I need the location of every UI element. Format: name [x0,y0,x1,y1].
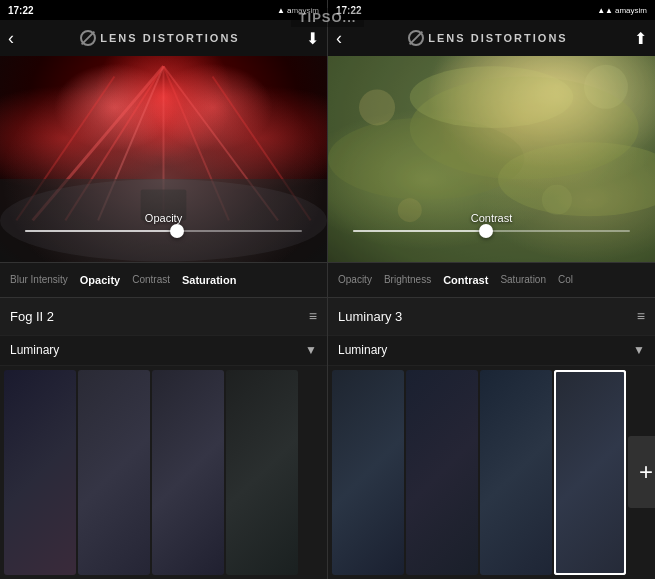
right-thumb-4-selected[interactable] [554,370,626,576]
right-preset-name: Luminary 3 [338,309,629,324]
right-slider-track[interactable] [353,230,631,232]
left-category-name: Luminary [10,343,305,357]
svg-point-12 [498,142,655,216]
left-panel: 17:22 ▲ amaysim ‹ LENS DISTORTIONS ⬇ [0,0,328,579]
left-logo-icon [80,30,96,46]
right-category-row[interactable]: Luminary ▼ [328,336,655,366]
right-tab-col[interactable]: Col [552,263,579,297]
left-tab-saturation[interactable]: Saturation [176,263,242,297]
right-slider-thumb[interactable] [479,224,493,238]
left-slider-label: Opacity [145,212,182,224]
svg-point-10 [410,77,639,180]
right-header-logo: LENS DISTORTIONS [348,30,628,46]
right-preset-row: Luminary 3 ≡ [328,298,655,336]
left-slider-track[interactable] [25,230,303,232]
right-tabs-row: Opacity Brightness Contrast Saturation C… [328,262,655,298]
right-thumb-inner-4 [554,370,626,576]
right-header-title: LENS DISTORTIONS [428,32,567,44]
left-thumb-inner-3 [152,370,224,576]
right-thumb-inner-1 [332,370,404,576]
left-tab-contrast[interactable]: Contrast [126,263,176,297]
right-signal-icon: ▲▲ [597,6,613,15]
right-tab-saturation[interactable]: Saturation [494,263,552,297]
left-tab-blur-intensity[interactable]: Blur Intensity [4,263,74,297]
svg-point-14 [359,89,395,125]
svg-point-11 [328,118,524,200]
left-carrier: amaysim [287,6,319,15]
left-preset-row: Fog II 2 ≡ [0,298,327,336]
right-slider-overlay: Contrast [328,212,655,232]
left-slider-thumb[interactable] [170,224,184,238]
left-header-logo: LENS DISTORTIONS [20,30,300,46]
left-preset-name: Fog II 2 [10,309,301,324]
panels-container: 17:22 ▲ amaysim ‹ LENS DISTORTIONS ⬇ [0,0,655,579]
left-thumb-inner-4 [226,370,298,576]
right-thumb-2[interactable] [406,370,478,576]
left-thumb-inner-2 [78,370,150,576]
left-preset-menu-icon[interactable]: ≡ [309,308,317,324]
left-status-icons: ▲ amaysim [277,6,319,15]
left-thumb-2[interactable] [78,370,150,576]
right-thumb-3[interactable] [480,370,552,576]
right-app-header: ‹ LENS DISTORTIONS ⬆ [328,20,655,56]
right-preset-menu-icon[interactable]: ≡ [637,308,645,324]
left-tab-opacity[interactable]: Opacity [74,263,126,297]
right-upload-icon[interactable]: ⬆ [634,29,647,48]
right-image-area: Contrast [328,56,655,262]
right-status-time: 17:22 [336,5,362,16]
left-category-arrow-icon: ▼ [305,343,317,357]
left-slider-overlay: Opacity [0,212,327,232]
left-tabs-row: Blur Intensity Opacity Contrast Saturati… [0,262,327,298]
right-back-button[interactable]: ‹ [336,28,342,49]
left-back-button[interactable]: ‹ [8,28,14,49]
right-thumb-inner-3 [480,370,552,576]
left-slider-fill [25,230,178,232]
left-thumb-4[interactable] [226,370,298,576]
right-thumbnails-strip: + [328,366,655,580]
svg-point-13 [410,66,574,128]
right-thumb-1[interactable] [332,370,404,576]
right-category-name: Luminary [338,343,633,357]
right-category-arrow-icon: ▼ [633,343,645,357]
right-tab-brightness[interactable]: Brightness [378,263,437,297]
right-logo-slash [409,31,423,45]
right-add-button[interactable]: + [628,436,655,508]
right-slider-fill [353,230,486,232]
left-status-time: 17:22 [8,5,34,16]
left-thumbnails-strip [0,366,327,580]
right-panel: 17:22 ▲▲ amaysim ‹ LENS DISTORTIONS ⬆ [328,0,655,579]
left-thumb-3[interactable] [152,370,224,576]
right-thumb-inner-2 [406,370,478,576]
left-category-row[interactable]: Luminary ▼ [0,336,327,366]
left-wifi-icon: ▲ [277,6,285,15]
left-image-area: Opacity [0,56,327,262]
right-status-bar: 17:22 ▲▲ amaysim [328,0,655,20]
right-status-icons: ▲▲ amaysim [597,6,647,15]
svg-point-16 [542,185,572,215]
svg-point-15 [584,65,628,109]
left-status-bar: 17:22 ▲ amaysim [0,0,327,20]
left-thumb-inner-1 [4,370,76,576]
left-logo-slash [81,31,95,45]
right-slider-label: Contrast [471,212,513,224]
right-tab-contrast[interactable]: Contrast [437,263,494,297]
left-app-header: ‹ LENS DISTORTIONS ⬇ [0,20,327,56]
left-download-icon[interactable]: ⬇ [306,29,319,48]
left-header-title: LENS DISTORTIONS [100,32,239,44]
left-thumb-1[interactable] [4,370,76,576]
right-tab-opacity[interactable]: Opacity [332,263,378,297]
right-carrier: amaysim [615,6,647,15]
right-logo-icon [408,30,424,46]
